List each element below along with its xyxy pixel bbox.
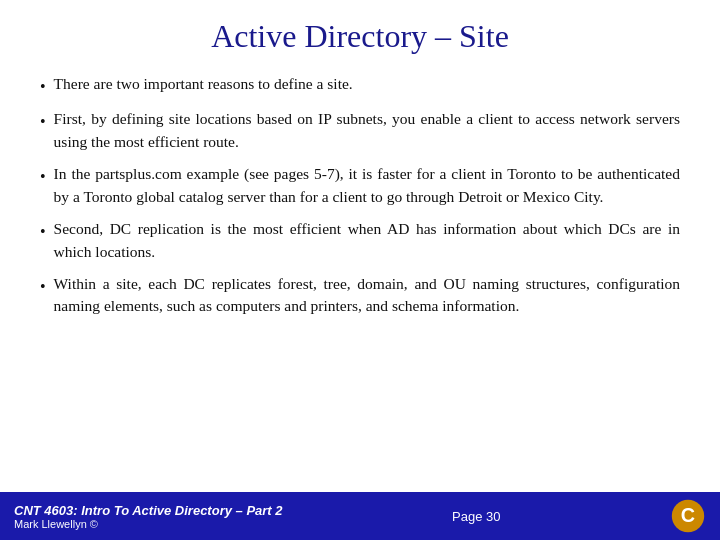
bullet-marker: • xyxy=(40,110,46,133)
bullet-marker: • xyxy=(40,75,46,98)
slide-title: Active Directory – Site xyxy=(40,18,680,55)
footer-course: CNT 4603: Intro To Active Directory – Pa… xyxy=(14,503,283,518)
bullet-text-2: First, by defining site locations based … xyxy=(54,108,680,153)
bullet-list: • There are two important reasons to def… xyxy=(40,73,680,318)
bullet-marker: • xyxy=(40,275,46,298)
list-item: • In the partsplus.com example (see page… xyxy=(40,163,680,208)
footer-logo-icon: C xyxy=(670,498,706,534)
bullet-marker: • xyxy=(40,220,46,243)
footer-author: Mark Llewellyn © xyxy=(14,518,283,530)
bullet-text-5: Within a site, each DC replicates forest… xyxy=(54,273,680,318)
bullet-marker: • xyxy=(40,165,46,188)
list-item: • Within a site, each DC replicates fore… xyxy=(40,273,680,318)
slide: Active Directory – Site • There are two … xyxy=(0,0,720,540)
svg-text:C: C xyxy=(681,504,695,526)
bullet-text-4: Second, DC replication is the most effic… xyxy=(54,218,680,263)
footer-left: CNT 4603: Intro To Active Directory – Pa… xyxy=(14,503,283,530)
list-item: • There are two important reasons to def… xyxy=(40,73,680,98)
slide-footer: CNT 4603: Intro To Active Directory – Pa… xyxy=(0,492,720,540)
list-item: • Second, DC replication is the most eff… xyxy=(40,218,680,263)
list-item: • First, by defining site locations base… xyxy=(40,108,680,153)
bullet-text-3: In the partsplus.com example (see pages … xyxy=(54,163,680,208)
slide-content: Active Directory – Site • There are two … xyxy=(0,0,720,492)
bullet-text-1: There are two important reasons to defin… xyxy=(54,73,680,95)
footer-page: Page 30 xyxy=(452,509,500,524)
